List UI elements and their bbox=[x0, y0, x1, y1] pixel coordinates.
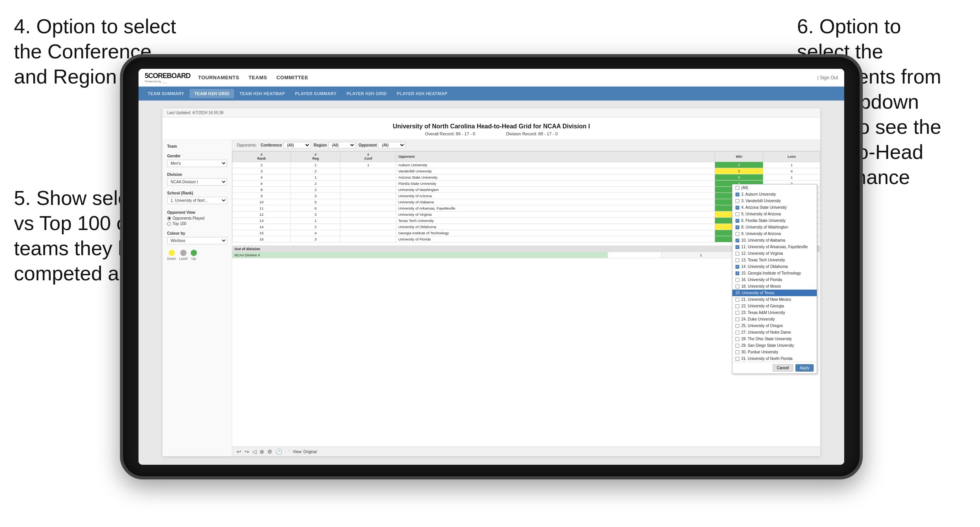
cell-reg: 3 bbox=[291, 236, 340, 242]
dropdown-item[interactable]: 30. Purdue University bbox=[732, 349, 817, 355]
dropdown-item[interactable]: 22. University of Georgia bbox=[732, 303, 817, 309]
dropdown-item[interactable]: 9. University of Arizona bbox=[732, 230, 817, 237]
opponent-select[interactable]: (All) bbox=[378, 142, 405, 148]
dropdown-item[interactable]: ✓6. Florida State University bbox=[732, 217, 817, 224]
dropdown-item-label: 16. University of Florida bbox=[741, 278, 782, 282]
out-of-div-division: NCAA Division II bbox=[233, 252, 608, 258]
dropdown-checkbox bbox=[735, 344, 739, 348]
radio-group: Opponents Played Top 100 bbox=[167, 216, 227, 226]
division-select[interactable]: NCAA Division I bbox=[167, 178, 227, 186]
filter-row: Opponents: Conference (All) Region bbox=[232, 140, 820, 151]
cell-rank: 11 bbox=[233, 205, 291, 211]
dropdown-checkbox bbox=[735, 232, 739, 236]
dropdown-item-label: 13. Texas Tech University bbox=[741, 258, 785, 262]
dropdown-item[interactable]: 27. University of Notre Dame bbox=[732, 329, 817, 336]
copy-icon[interactable]: ⊕ bbox=[260, 449, 264, 455]
dropdown-item[interactable]: ✓2. Auburn University bbox=[732, 191, 817, 198]
redo-icon[interactable]: ↪ bbox=[245, 449, 249, 455]
back-icon[interactable]: ◁ bbox=[252, 449, 257, 455]
sidebar-team-label: Team bbox=[167, 144, 227, 148]
radio-opponents-played[interactable]: Opponents Played bbox=[167, 216, 227, 220]
dropdown-item-label: 22. University of Georgia bbox=[741, 304, 784, 308]
dropdown-item[interactable]: ✓8. University of Washington bbox=[732, 224, 817, 230]
report-toolbar-top: Last Updated: 4/7/2024 16:55:38 bbox=[162, 108, 820, 118]
dropdown-checkbox bbox=[735, 317, 739, 321]
dropdown-item[interactable]: ✓10. University of Alabama bbox=[732, 237, 817, 244]
dropdown-item[interactable]: ✓11. University of Arkansas, Fayettevill… bbox=[732, 244, 817, 250]
dropdown-item[interactable]: 25. University of Oregon bbox=[732, 322, 817, 329]
radio-top100[interactable]: Top 100 bbox=[167, 222, 227, 226]
dropdown-checkbox: ✓ bbox=[735, 265, 739, 269]
nav-right[interactable]: | Sign Out bbox=[818, 75, 838, 80]
cell-opponent: Florida State University bbox=[396, 181, 715, 187]
dropdown-checkbox bbox=[735, 324, 739, 328]
cell-conf bbox=[340, 218, 396, 224]
tab-player-h2h-heatmap[interactable]: PLAYER H2H HEATMAP bbox=[392, 89, 452, 98]
tab-team-h2h-grid[interactable]: TEAM H2H GRID bbox=[190, 89, 234, 98]
dropdown-item-label: 23. Texas A&M University bbox=[741, 310, 785, 315]
dropdown-checkbox bbox=[735, 258, 739, 262]
nav-tournaments[interactable]: TOURNAMENTS bbox=[198, 73, 239, 82]
cell-loss: 1 bbox=[763, 162, 820, 168]
col-rank: #Rank bbox=[233, 152, 291, 162]
dropdown-item-selected[interactable]: 20. University of Texas bbox=[732, 290, 817, 296]
cell-rank: 10 bbox=[233, 199, 291, 205]
cell-opponent: University of Florida bbox=[396, 236, 715, 242]
cell-loss: 4 bbox=[763, 168, 820, 174]
cell-loss: 1 bbox=[763, 174, 820, 181]
dropdown-checkbox: ✓ bbox=[735, 225, 739, 229]
conference-select[interactable]: (All) bbox=[284, 142, 311, 148]
dropdown-item[interactable]: 29. San Diego State University bbox=[732, 342, 817, 349]
dropdown-item[interactable]: 23. Texas A&M University bbox=[732, 309, 817, 316]
gender-select[interactable]: Men's bbox=[167, 160, 227, 167]
dropdown-item[interactable]: 5. University of Arizona bbox=[732, 211, 817, 217]
clock-icon[interactable]: 🕐 bbox=[275, 449, 282, 455]
dropdown-item[interactable]: 3. Vanderbilt University bbox=[732, 198, 817, 204]
dropdown-item[interactable]: 21. University of New Mexico bbox=[732, 296, 817, 303]
tab-player-summary[interactable]: PLAYER SUMMARY bbox=[291, 89, 341, 98]
tab-team-summary[interactable]: TEAM SUMMARY bbox=[143, 89, 189, 98]
dropdown-item[interactable]: 28. The Ohio State University bbox=[732, 336, 817, 342]
dropdown-item[interactable]: 18. University of Illinois bbox=[732, 283, 817, 290]
cell-reg: 2 bbox=[291, 181, 340, 187]
opponent-dropdown[interactable]: (All)✓2. Auburn University3. Vanderbilt … bbox=[732, 184, 817, 374]
legend-level-circle bbox=[180, 250, 186, 256]
cell-reg: 2 bbox=[291, 187, 340, 193]
tab-player-h2h-grid[interactable]: PLAYER H2H GRID bbox=[342, 89, 392, 98]
nav-committee[interactable]: COMMITTEE bbox=[276, 73, 308, 82]
cell-reg: 5 bbox=[291, 199, 340, 205]
dropdown-item[interactable]: ✓14. University of Oklahoma bbox=[732, 263, 817, 270]
cell-conf bbox=[340, 230, 396, 236]
dropdown-item[interactable]: 13. Texas Tech University bbox=[732, 257, 817, 263]
dropdown-item[interactable]: 16. University of Florida bbox=[732, 276, 817, 283]
tab-team-h2h-heatmap[interactable]: TEAM H2H HEATMAP bbox=[235, 89, 290, 98]
dropdown-checkbox bbox=[735, 199, 739, 203]
dropdown-item-label: 8. University of Washington bbox=[741, 225, 788, 229]
dropdown-item[interactable]: (All) bbox=[732, 184, 817, 191]
dropdown-item[interactable]: ✓15. Georgia Institute of Technology bbox=[732, 270, 817, 276]
dropdown-checkbox: ✓ bbox=[735, 245, 739, 249]
conference-label: Conference bbox=[261, 143, 282, 147]
legend-up-circle bbox=[191, 250, 197, 256]
dropdown-checkbox bbox=[735, 186, 739, 190]
cancel-button[interactable]: Cancel bbox=[773, 364, 793, 372]
table-row: 3 2 Vanderbilt University 0 4 bbox=[233, 168, 820, 174]
school-select[interactable]: 1. University of Nort... bbox=[167, 197, 227, 204]
cell-reg: 3 bbox=[291, 193, 340, 199]
cell-opponent: University of Arizona bbox=[396, 193, 715, 199]
dropdown-item[interactable]: 31. University of North Florida bbox=[732, 355, 817, 362]
dropdown-item[interactable]: 12. University of Virginia bbox=[732, 250, 817, 257]
dropdown-item[interactable]: ✓4. Arizona State University bbox=[732, 204, 817, 211]
nav-teams[interactable]: TEAMS bbox=[248, 73, 267, 82]
undo-icon[interactable]: ↩ bbox=[237, 449, 241, 455]
region-select[interactable]: (All) bbox=[328, 142, 356, 148]
apply-button[interactable]: Apply bbox=[795, 364, 814, 372]
dropdown-item-label: 21. University of New Mexico bbox=[741, 297, 791, 302]
cell-rank: 6 bbox=[233, 181, 291, 187]
dropdown-item[interactable]: 24. Duke University bbox=[732, 316, 817, 322]
dropdown-buttons: Cancel Apply bbox=[732, 362, 817, 374]
legend: Down Level Up bbox=[167, 250, 227, 261]
settings-icon[interactable]: ⚙ bbox=[267, 449, 272, 455]
colour-select[interactable]: Win/loss bbox=[167, 237, 227, 244]
dropdown-item-label: 25. University of Oregon bbox=[741, 324, 783, 328]
